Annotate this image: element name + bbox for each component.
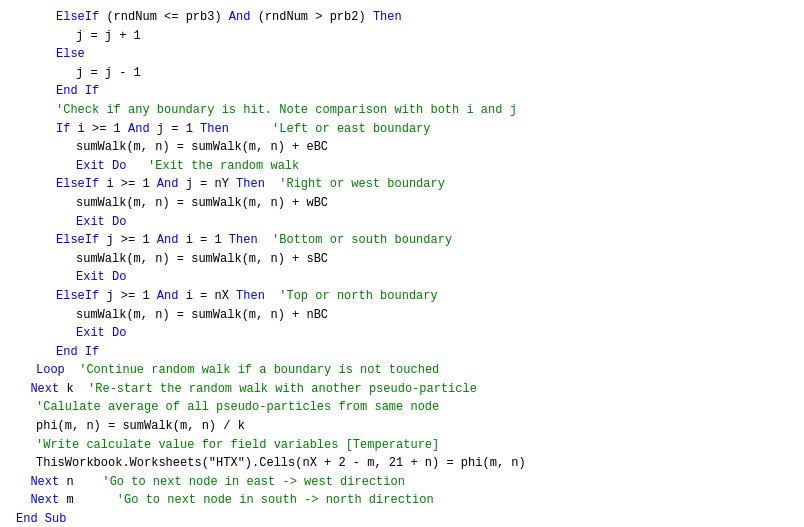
keyword: Then — [200, 122, 229, 136]
keyword: End If — [56, 345, 99, 359]
identifier: phi(m, n) = sumWalk(m, n) / k — [36, 419, 245, 433]
identifier: m — [59, 493, 117, 507]
code-line: ElseIf j >= 1 And i = nX Then 'Top or no… — [16, 287, 788, 306]
keyword: ElseIf — [56, 289, 99, 303]
comment: 'Go to next node in east -> west directi… — [102, 475, 404, 489]
identifier: sumWalk(m, n) = sumWalk(m, n) + wBC — [76, 196, 328, 210]
keyword: ElseIf — [56, 10, 99, 24]
identifier — [265, 289, 279, 303]
keyword: Exit Do — [76, 215, 126, 229]
code-line: ThisWorkbook.Worksheets("HTX").Cells(nX … — [16, 454, 788, 473]
identifier: j = j - 1 — [76, 66, 141, 80]
code-line: Next n 'Go to next node in east -> west … — [16, 473, 788, 492]
code-line: 'Check if any boundary is hit. Note comp… — [16, 101, 788, 120]
keyword: And — [157, 289, 179, 303]
identifier: i = nX — [178, 289, 236, 303]
code-line: Exit Do — [16, 213, 788, 232]
identifier: k — [59, 382, 88, 396]
code-line: sumWalk(m, n) = sumWalk(m, n) + eBC — [16, 138, 788, 157]
code-line: End If — [16, 82, 788, 101]
keyword: Next — [16, 382, 59, 396]
keyword: End Sub — [16, 512, 66, 526]
keyword: ElseIf — [56, 233, 99, 247]
code-line: End If — [16, 343, 788, 362]
code-line: Else — [16, 45, 788, 64]
identifier: sumWalk(m, n) = sumWalk(m, n) + sBC — [76, 252, 328, 266]
keyword: ElseIf — [56, 177, 99, 191]
keyword: Then — [236, 289, 265, 303]
identifier: (rndNum <= prb3) — [99, 10, 229, 24]
code-line: Next m 'Go to next node in south -> nort… — [16, 491, 788, 510]
identifier: j = nY — [178, 177, 236, 191]
comment: 'Exit the random walk — [148, 159, 299, 173]
code-line: j = j + 1 — [16, 27, 788, 46]
identifier: ThisWorkbook.Worksheets("HTX").Cells(nX … — [36, 456, 526, 470]
keyword: Next — [16, 493, 59, 507]
comment: 'Continue random walk if a boundary is n… — [79, 363, 439, 377]
code-line: If i >= 1 And j = 1 Then 'Left or east b… — [16, 120, 788, 139]
code-line: Exit Do — [16, 268, 788, 287]
identifier — [65, 363, 79, 377]
code-line: Exit Do 'Exit the random walk — [16, 157, 788, 176]
code-line: End Sub — [16, 510, 788, 527]
code-content: ElseIf (rndNum <= prb3) And (rndNum > pr… — [16, 8, 788, 527]
code-line: Exit Do — [16, 324, 788, 343]
code-line: ElseIf j >= 1 And i = 1 Then 'Bottom or … — [16, 231, 788, 250]
comment: 'Check if any boundary is hit. Note comp… — [56, 103, 517, 117]
code-line: ElseIf i >= 1 And j = nY Then 'Right or … — [16, 175, 788, 194]
code-line: sumWalk(m, n) = sumWalk(m, n) + sBC — [16, 250, 788, 269]
keyword: Next — [16, 475, 59, 489]
identifier — [126, 159, 148, 173]
keyword: Else — [56, 47, 85, 61]
keyword: Exit Do — [76, 159, 126, 173]
keyword: And — [128, 122, 150, 136]
comment: 'Left or east boundary — [272, 122, 430, 136]
identifier: i >= 1 — [70, 122, 128, 136]
code-line: j = j - 1 — [16, 64, 788, 83]
keyword: If — [56, 122, 70, 136]
identifier: i = 1 — [178, 233, 228, 247]
comment: 'Re-start the random walk with another p… — [88, 382, 477, 396]
identifier — [265, 177, 279, 191]
identifier: j >= 1 — [99, 289, 157, 303]
identifier: i >= 1 — [99, 177, 157, 191]
identifier: (rndNum > prb2) — [250, 10, 372, 24]
identifier — [229, 122, 272, 136]
identifier — [258, 233, 272, 247]
code-line: 'Calulate average of all pseudo-particle… — [16, 398, 788, 417]
comment: 'Bottom or south boundary — [272, 233, 452, 247]
code-line: ElseIf (rndNum <= prb3) And (rndNum > pr… — [16, 8, 788, 27]
code-editor: ElseIf (rndNum <= prb3) And (rndNum > pr… — [0, 0, 804, 527]
identifier: j = 1 — [150, 122, 200, 136]
identifier: sumWalk(m, n) = sumWalk(m, n) + nBC — [76, 308, 328, 322]
code-line: phi(m, n) = sumWalk(m, n) / k — [16, 417, 788, 436]
comment: 'Right or west boundary — [279, 177, 445, 191]
comment: 'Calulate average of all pseudo-particle… — [36, 400, 439, 414]
keyword: Exit Do — [76, 326, 126, 340]
code-line: sumWalk(m, n) = sumWalk(m, n) + wBC — [16, 194, 788, 213]
identifier: j = j + 1 — [76, 29, 141, 43]
keyword: End If — [56, 84, 99, 98]
keyword: And — [157, 177, 179, 191]
comment: 'Write calculate value for field variabl… — [36, 438, 439, 452]
code-line: Next k 'Re-start the random walk with an… — [16, 380, 788, 399]
code-line: 'Write calculate value for field variabl… — [16, 436, 788, 455]
keyword: Loop — [36, 363, 65, 377]
keyword: Then — [236, 177, 265, 191]
keyword: And — [157, 233, 179, 247]
keyword: Exit Do — [76, 270, 126, 284]
keyword: And — [229, 10, 251, 24]
identifier: n — [59, 475, 102, 489]
identifier: j >= 1 — [99, 233, 157, 247]
keyword: Then — [373, 10, 402, 24]
comment: 'Top or north boundary — [279, 289, 437, 303]
code-line: Loop 'Continue random walk if a boundary… — [16, 361, 788, 380]
identifier: sumWalk(m, n) = sumWalk(m, n) + eBC — [76, 140, 328, 154]
code-line: sumWalk(m, n) = sumWalk(m, n) + nBC — [16, 306, 788, 325]
comment: 'Go to next node in south -> north direc… — [117, 493, 434, 507]
keyword: Then — [229, 233, 258, 247]
